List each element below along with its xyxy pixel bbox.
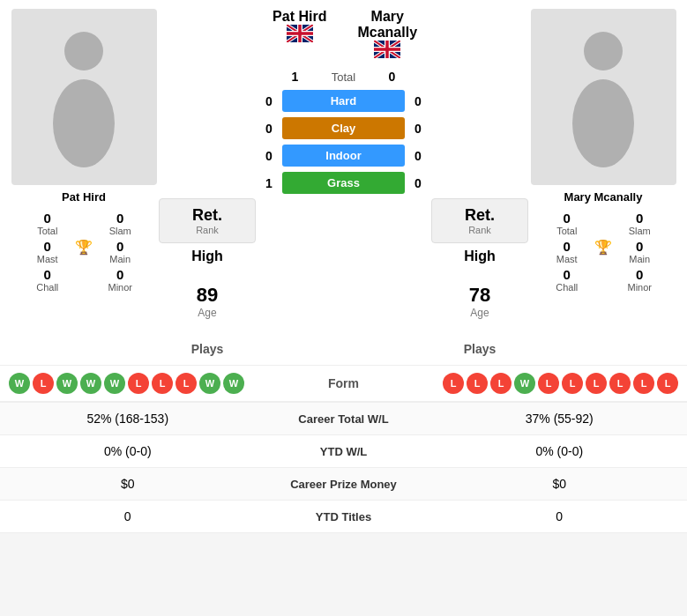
svg-point-1 bbox=[53, 79, 115, 167]
right-indoor-count: 0 bbox=[405, 149, 431, 163]
right-rank-box: Ret. Rank bbox=[431, 198, 528, 243]
form-badge: L bbox=[467, 373, 488, 394]
stat-center-label: Career Total W/L bbox=[256, 412, 432, 426]
form-badge: L bbox=[490, 373, 512, 394]
left-player-photo bbox=[11, 9, 157, 185]
left-hard-count: 0 bbox=[256, 94, 282, 108]
left-rank-box: Ret. Rank bbox=[159, 198, 256, 243]
left-stat-slam: 0 Slam bbox=[91, 211, 151, 236]
form-badge: L bbox=[562, 373, 583, 394]
stat-center-label: Career Prize Money bbox=[256, 478, 432, 491]
right-rank-section: Ret. Rank High 78 Age Plays bbox=[431, 9, 528, 356]
indoor-row: 0 Indoor 0 bbox=[256, 145, 431, 167]
form-badge: L bbox=[152, 373, 173, 394]
right-stat-mast: 0 Mast bbox=[537, 239, 597, 264]
form-badge: L bbox=[586, 373, 607, 394]
right-trophy-icon: 🏆 bbox=[594, 239, 612, 256]
stat-right-val: 0% (0-0) bbox=[432, 444, 688, 458]
form-badge: W bbox=[80, 373, 101, 394]
right-player-flag bbox=[374, 41, 400, 58]
clay-row: 0 Clay 0 bbox=[256, 117, 431, 139]
form-badge: L bbox=[33, 373, 54, 394]
left-plays-section: Plays bbox=[191, 337, 224, 356]
right-stat-main: 🏆 0 Main bbox=[610, 239, 670, 264]
left-stat-main: 🏆 0 Main bbox=[91, 239, 151, 264]
form-badge: W bbox=[9, 373, 30, 394]
form-section: WLWWWLLLWW Form LLLWLLLLLL bbox=[0, 365, 687, 402]
stats-row: $0 Career Prize Money $0 bbox=[0, 468, 687, 501]
form-label: Form bbox=[291, 376, 397, 390]
right-player-name-top: Mary Mcanally bbox=[344, 9, 432, 41]
total-row: 1 Total 0 bbox=[256, 70, 431, 84]
left-clay-count: 0 bbox=[256, 122, 282, 136]
left-stat-mast: 0 Mast bbox=[18, 239, 78, 264]
stat-left-val: $0 bbox=[0, 477, 256, 491]
svg-point-4 bbox=[584, 32, 623, 71]
main-container: Pat Hird 0 Total 0 Slam 0 Mast 🏆 0 Mai bbox=[0, 0, 687, 533]
stat-center-label: YTD W/L bbox=[256, 445, 432, 458]
right-stat-total: 0 Total bbox=[537, 211, 597, 236]
indoor-label: Indoor bbox=[282, 145, 405, 167]
right-clay-count: 0 bbox=[405, 122, 431, 136]
total-label: Total bbox=[309, 71, 379, 84]
center-column: Pat Hird Mary Mcanally bbox=[256, 9, 431, 356]
left-grass-count: 1 bbox=[256, 176, 282, 190]
svg-point-5 bbox=[572, 79, 634, 167]
stat-center-label: YTD Titles bbox=[256, 510, 432, 523]
stat-left-val: 0% (0-0) bbox=[0, 444, 256, 458]
career-stats-table: 52% (168-153) Career Total W/L 37% (55-9… bbox=[0, 402, 687, 533]
stats-row: 52% (168-153) Career Total W/L 37% (55-9… bbox=[0, 403, 687, 435]
left-age-section: 89 Age bbox=[197, 284, 218, 319]
stats-row: 0% (0-0) YTD W/L 0% (0-0) bbox=[0, 435, 687, 468]
right-player-stats: 0 Total 0 Slam 0 Mast 🏆 0 Main 0 bbox=[528, 211, 678, 293]
form-badge: W bbox=[514, 373, 535, 394]
form-badge: W bbox=[56, 373, 78, 394]
right-stat-chall: 0 Chall bbox=[537, 267, 597, 293]
stat-left-val: 0 bbox=[0, 509, 256, 523]
hard-row: 0 Hard 0 bbox=[256, 90, 431, 112]
comparison-top: Pat Hird 0 Total 0 Slam 0 Mast 🏆 0 Mai bbox=[0, 0, 687, 365]
form-badge: W bbox=[199, 373, 220, 394]
form-badge: L bbox=[657, 373, 678, 394]
right-grass-count: 0 bbox=[405, 176, 431, 190]
form-badge: W bbox=[104, 373, 125, 394]
left-stat-chall: 0 Chall bbox=[18, 267, 78, 293]
grass-row: 1 Grass 0 bbox=[256, 172, 431, 194]
form-badge: L bbox=[633, 373, 654, 394]
clay-label: Clay bbox=[282, 117, 405, 139]
left-total-count: 1 bbox=[282, 70, 309, 84]
left-player-name: Pat Hird bbox=[62, 190, 106, 204]
form-badge: L bbox=[609, 373, 631, 394]
left-player-flag bbox=[287, 25, 313, 42]
stat-right-val: $0 bbox=[432, 477, 688, 491]
left-form-badges: WLWWWLLLWW bbox=[9, 373, 291, 394]
form-badge: L bbox=[128, 373, 149, 394]
right-form-badges: LLLWLLLLLL bbox=[397, 373, 679, 394]
right-total-count: 0 bbox=[379, 70, 406, 84]
form-badge: W bbox=[223, 373, 244, 394]
form-badge: L bbox=[538, 373, 559, 394]
right-plays-section: Plays bbox=[464, 337, 497, 356]
right-player-silhouette bbox=[559, 26, 647, 167]
form-badge: L bbox=[443, 373, 464, 394]
player-names-row: Pat Hird Mary Mcanally bbox=[256, 9, 431, 62]
stats-row: 0 YTD Titles 0 bbox=[0, 501, 687, 533]
right-age-section: 78 Age bbox=[469, 284, 490, 319]
grass-label: Grass bbox=[282, 172, 405, 194]
right-player-name: Mary Mcanally bbox=[564, 190, 643, 204]
left-indoor-count: 0 bbox=[256, 149, 282, 163]
hard-label: Hard bbox=[282, 90, 405, 112]
left-player-stats: 0 Total 0 Slam 0 Mast 🏆 0 Main 0 bbox=[9, 211, 159, 293]
stat-right-val: 0 bbox=[432, 509, 688, 523]
left-player-column: Pat Hird 0 Total 0 Slam 0 Mast 🏆 0 Mai bbox=[9, 9, 159, 356]
left-player-name-top: Pat Hird bbox=[256, 9, 344, 25]
right-player-column: Mary Mcanally 0 Total 0 Slam 0 Mast 🏆 0 bbox=[528, 9, 678, 356]
left-stat-total: 0 Total bbox=[18, 211, 78, 236]
left-trophy-icon: 🏆 bbox=[75, 239, 93, 256]
form-badge: L bbox=[175, 373, 197, 394]
right-hard-count: 0 bbox=[405, 94, 431, 108]
left-stat-minor: 0 Minor bbox=[91, 267, 151, 293]
svg-point-0 bbox=[64, 32, 103, 71]
right-stat-slam: 0 Slam bbox=[610, 211, 670, 236]
right-player-photo bbox=[531, 9, 676, 185]
